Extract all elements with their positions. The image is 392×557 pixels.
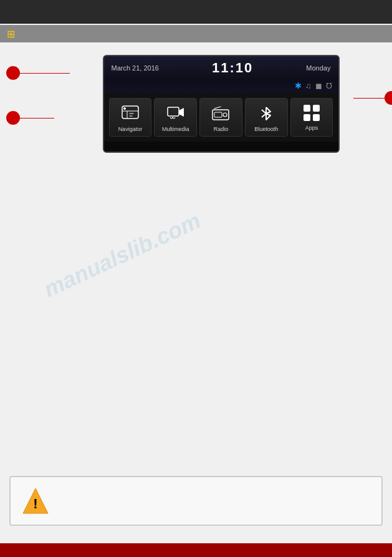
warning-triangle-icon: !	[21, 486, 50, 516]
apps-button[interactable]: Apps	[290, 98, 333, 137]
screen-bottom	[104, 142, 338, 152]
svg-point-1	[123, 107, 126, 110]
apps-grid-icon	[304, 105, 320, 121]
section-bar: ⊞	[0, 25, 392, 42]
radio-label: Radio	[214, 126, 229, 132]
navigator-icon	[121, 105, 140, 122]
bluetooth-status-icon: ✱	[295, 81, 302, 90]
time-display: 11:10	[212, 60, 253, 76]
multimedia-label: Multimedia	[162, 126, 189, 132]
status-icons-row: ✱ ♫ ◼ ℧	[104, 80, 338, 93]
infotainment-screen: March 21, 2016 11:10 Monday ✱ ♫ ◼ ℧	[103, 55, 340, 153]
svg-rect-5	[214, 112, 222, 117]
apps-grid: Navigator Multimedia	[104, 93, 338, 142]
svg-rect-3	[213, 110, 229, 120]
top-header-bar	[0, 0, 392, 24]
multimedia-button[interactable]: Multimedia	[154, 98, 197, 137]
multimedia-icon	[166, 105, 185, 122]
bottom-red-bar	[0, 543, 392, 557]
svg-point-4	[223, 113, 227, 117]
day-display: Monday	[306, 64, 330, 72]
annotation-line-3	[353, 98, 385, 99]
watermark: manualslib.com	[40, 207, 204, 303]
date-display: March 21, 2016	[112, 64, 159, 72]
usb-status-icon: ℧	[326, 81, 332, 90]
radio-icon	[211, 105, 230, 122]
music-status-icon: ♫	[305, 81, 312, 90]
radio-button[interactable]: Radio	[199, 98, 242, 137]
svg-rect-2	[168, 107, 179, 116]
signal-status-icon: ◼	[315, 81, 322, 90]
annotation-line-2	[20, 118, 54, 119]
annotation-dot-1	[6, 66, 20, 80]
navigator-label: Navigator	[118, 126, 143, 132]
warning-box: !	[9, 476, 383, 526]
bluetooth-button[interactable]: Bluetooth	[245, 98, 288, 137]
main-content: March 21, 2016 11:10 Monday ✱ ♫ ◼ ℧	[0, 42, 392, 165]
navigator-button[interactable]: Navigator	[109, 98, 152, 137]
grid-table-icon: ⊞	[5, 28, 16, 39]
status-bar: March 21, 2016 11:10 Monday	[104, 56, 338, 80]
svg-text:!: !	[33, 496, 37, 511]
bluetooth-label: Bluetooth	[254, 126, 278, 132]
bluetooth-icon	[257, 105, 275, 122]
annotation-line-1	[20, 73, 70, 74]
annotation-dot-2	[6, 111, 20, 125]
screen-container: March 21, 2016 11:10 Monday ✱ ♫ ◼ ℧	[72, 55, 321, 153]
annotation-dot-3	[385, 91, 392, 105]
apps-label: Apps	[305, 125, 318, 131]
